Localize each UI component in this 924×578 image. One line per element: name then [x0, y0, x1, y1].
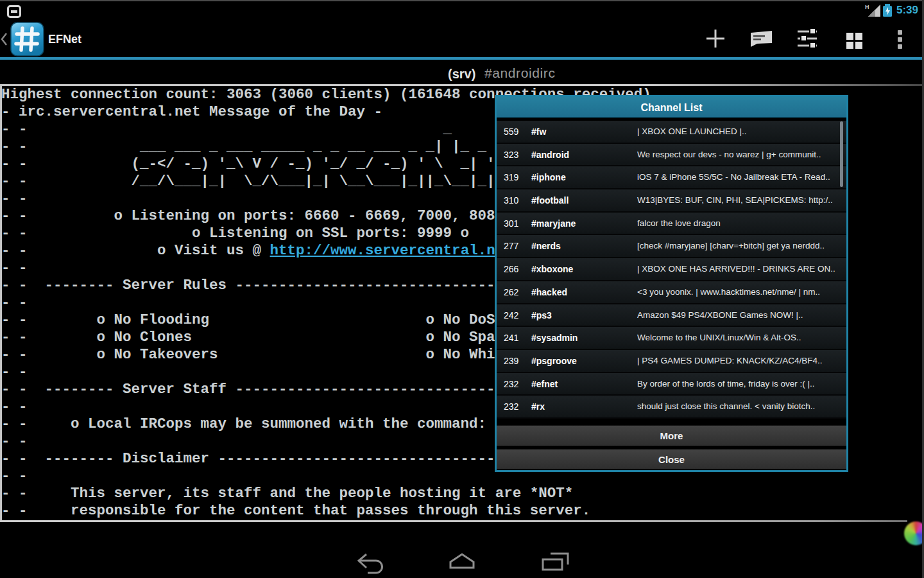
svg-text:H: H — [865, 4, 869, 10]
